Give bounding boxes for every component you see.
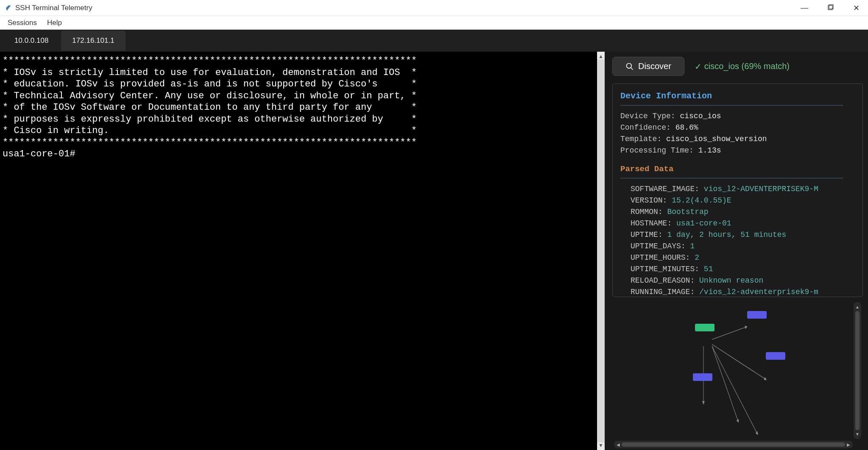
parsed-data-heading: Parsed Data bbox=[620, 163, 855, 175]
right-panel: Discover ✓ cisco_ios (69% match) Device … bbox=[605, 52, 868, 450]
discover-status-text: cisco_ios (69% match) bbox=[704, 61, 790, 71]
graph-vscrollbar[interactable]: ▲ ▼ bbox=[854, 302, 861, 439]
svg-point-2 bbox=[627, 63, 632, 68]
scroll-up-icon: ▲ bbox=[598, 53, 603, 59]
tab-label: 10.0.0.108 bbox=[14, 36, 48, 44]
parsed-data-line: UPTIME: 1 day, 2 hours, 51 minutes bbox=[631, 229, 855, 241]
graph-node-peer[interactable] bbox=[747, 311, 767, 319]
divider bbox=[620, 178, 843, 178]
menu-help[interactable]: Help bbox=[43, 17, 66, 29]
graph-node-peer[interactable] bbox=[693, 373, 712, 381]
terminal-text: ****************************************… bbox=[3, 55, 594, 160]
menu-sessions[interactable]: Sessions bbox=[3, 17, 41, 29]
graph-hscrollbar[interactable]: ◀ ▶ bbox=[614, 441, 853, 448]
menubar: Sessions Help bbox=[0, 16, 868, 30]
content-row: ****************************************… bbox=[0, 52, 868, 450]
parsed-data-line: VERSION: 15.2(4.0.55)E bbox=[631, 195, 855, 206]
tab-host-2[interactable]: 172.16.101.1 bbox=[61, 31, 125, 51]
app-icon bbox=[4, 4, 12, 12]
tab-label: 172.16.101.1 bbox=[72, 36, 114, 44]
search-icon bbox=[625, 62, 634, 71]
terminal-output[interactable]: ****************************************… bbox=[0, 52, 597, 450]
scroll-right-icon: ▶ bbox=[847, 442, 850, 447]
device-info-line: Processing Time: 1.13s bbox=[620, 145, 855, 156]
discover-row: Discover ✓ cisco_ios (69% match) bbox=[612, 57, 863, 76]
parsed-data-line: UPTIME_MINUTES: 51 bbox=[631, 264, 855, 275]
parsed-data-line: SOFTWARE_IMAGE: vios_l2-ADVENTERPRISEK9-… bbox=[631, 183, 855, 195]
device-info-line: Confidence: 68.6% bbox=[620, 122, 855, 133]
discover-button-label: Discover bbox=[638, 61, 671, 71]
device-info-line: Template: cisco_ios_show_version bbox=[620, 133, 855, 145]
parsed-data-line: UPTIME_DAYS: 1 bbox=[631, 241, 855, 252]
titlebar: SSH Terminal Telemetry — ✕ bbox=[0, 0, 868, 16]
tab-host-1[interactable]: 10.0.0.108 bbox=[3, 31, 59, 51]
scroll-down-icon: ▼ bbox=[598, 442, 603, 448]
terminal-scrollbar[interactable]: ▲ ▼ bbox=[597, 52, 605, 450]
window-controls: — ✕ bbox=[797, 2, 863, 14]
discover-button[interactable]: Discover bbox=[612, 57, 684, 76]
scroll-left-icon: ◀ bbox=[617, 442, 620, 447]
window-title: SSH Terminal Telemetry bbox=[15, 4, 92, 12]
divider bbox=[620, 105, 843, 106]
device-info-line: Device Type: cisco_ios bbox=[620, 111, 855, 122]
scroll-down-icon: ▼ bbox=[855, 432, 860, 436]
device-info-box: Device Information Device Type: cisco_io… bbox=[612, 83, 863, 297]
minimize-button[interactable]: — bbox=[797, 2, 812, 14]
terminal-pane: ****************************************… bbox=[0, 52, 605, 450]
scroll-up-icon: ▲ bbox=[855, 305, 860, 309]
app-body: 10.0.0.108 172.16.101.1 ****************… bbox=[0, 30, 868, 450]
graph-node-self[interactable] bbox=[695, 324, 714, 331]
parsed-data-line: RUNNING_IMAGE: /vios_l2-adventerprisek9-… bbox=[631, 286, 855, 297]
graph-pane: ▲ ▼ ◀ ▶ bbox=[612, 300, 863, 450]
parsed-data-line: UPTIME_HOURS: 2 bbox=[631, 252, 855, 264]
graph-node-peer[interactable] bbox=[766, 352, 785, 360]
discover-status: ✓ cisco_ios (69% match) bbox=[695, 61, 790, 72]
topology-graph[interactable] bbox=[612, 300, 852, 441]
check-icon: ✓ bbox=[695, 61, 702, 72]
parsed-data-line: RELOAD_REASON: Unknown reason bbox=[631, 275, 855, 286]
close-button[interactable]: ✕ bbox=[850, 2, 863, 14]
parsed-data-line: HOSTNAME: usa1-core-01 bbox=[631, 218, 855, 229]
tabs-row: 10.0.0.108 172.16.101.1 bbox=[0, 30, 868, 52]
maximize-button[interactable] bbox=[824, 3, 837, 13]
device-info-heading: Device Information bbox=[620, 90, 855, 103]
svg-line-3 bbox=[631, 67, 633, 69]
svg-line-7 bbox=[712, 346, 739, 422]
parsed-data-line: ROMMON: Bootstrap bbox=[631, 206, 855, 218]
svg-line-4 bbox=[712, 327, 747, 339]
